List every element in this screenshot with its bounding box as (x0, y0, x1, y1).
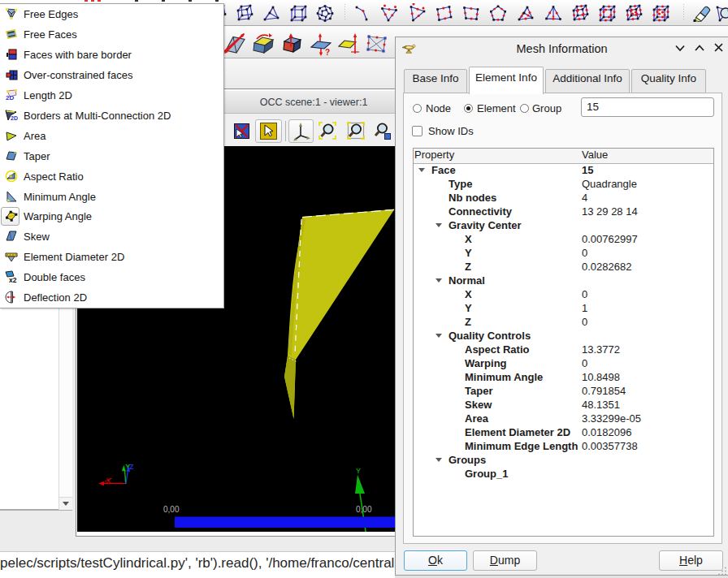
svg-text:0,00: 0,00 (163, 505, 180, 514)
svg-text:x2: x2 (9, 276, 17, 283)
svg-text:?: ? (325, 48, 330, 56)
svg-text:Y: Y (356, 467, 361, 475)
svg-text:2D: 2D (6, 94, 14, 101)
svg-text:2D: 2D (11, 115, 18, 121)
svg-text:0,00: 0,00 (356, 505, 372, 514)
svg-text:Z: Z (129, 463, 133, 471)
